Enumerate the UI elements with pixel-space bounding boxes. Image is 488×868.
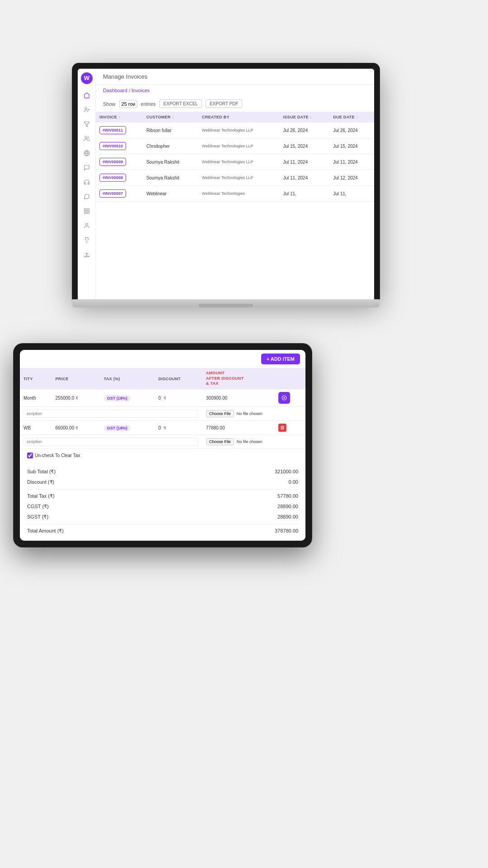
invoice-badge[interactable]: #INV00010 bbox=[99, 142, 126, 150]
invoice-table: INVOICE ↕ CUSTOMER ↕ CREATED BY ISSUE DA… bbox=[96, 112, 374, 202]
choose-file-button-2[interactable]: Choose File bbox=[206, 438, 234, 445]
col-due-date: DUE DATE ↕ bbox=[329, 112, 374, 123]
row2-delete[interactable] bbox=[275, 421, 305, 435]
customer-cell: Soumya Rakshit bbox=[143, 170, 198, 186]
issue-date-cell: Jul 11, 2024 bbox=[279, 170, 329, 186]
row2-qty: WB bbox=[20, 421, 52, 435]
due-date-cell: Jul 11, 2024 bbox=[329, 154, 374, 170]
col-created-by: CREATED BY bbox=[198, 112, 280, 123]
sgst-label: SGST (₹) bbox=[27, 514, 48, 520]
row1-description bbox=[20, 407, 202, 421]
totals-section: Sub Total (₹) 321000.00 Discount (₹) 0.0… bbox=[20, 462, 305, 541]
due-date-cell: Jul 26, 2024 bbox=[329, 123, 374, 138]
row2-amount: 77880.00 bbox=[202, 421, 275, 435]
gst-badge-2: GST (18%) bbox=[104, 425, 131, 431]
invoice-cell: #INV00011 bbox=[96, 123, 143, 138]
discount-label: Discount (₹) bbox=[27, 479, 54, 485]
row1-settings[interactable] bbox=[275, 389, 305, 407]
svg-rect-10 bbox=[87, 209, 89, 211]
col-qty: TITY bbox=[20, 368, 52, 389]
sidebar-icon-chat[interactable] bbox=[82, 192, 92, 202]
svg-text:W: W bbox=[84, 75, 89, 81]
show-label: Show bbox=[103, 101, 116, 107]
tablet-device: + ADD ITEM TITY PRICE TAX (%) DISCOUNT A… bbox=[14, 344, 312, 547]
breadcrumb-dashboard: Dashboard bbox=[103, 88, 127, 93]
col-amount: AMOUNTAFTER DISCOUNT& TAX bbox=[202, 368, 275, 389]
svg-point-2 bbox=[84, 108, 87, 110]
row1-tax: GST (18%) bbox=[100, 389, 155, 407]
laptop-device: W bbox=[72, 63, 380, 307]
total-amount-label: Total Amount (₹) bbox=[27, 528, 64, 534]
sidebar-icon-users[interactable] bbox=[82, 134, 92, 144]
choose-file-button-1[interactable]: Choose File bbox=[206, 410, 234, 417]
table-row-desc2: Choose File No file chosen bbox=[20, 435, 305, 449]
row2-discount: 0 ₹ bbox=[155, 421, 202, 435]
table-header-row: INVOICE ↕ CUSTOMER ↕ CREATED BY ISSUE DA… bbox=[96, 112, 374, 123]
total-tax-row: Total Tax (₹) 57780.00 bbox=[27, 489, 298, 501]
table-row: #INV00007 Weblinear Weblinear Technologi… bbox=[96, 186, 374, 202]
created-by-cell: Weblinear Technologies bbox=[198, 186, 280, 202]
laptop-screen: W bbox=[78, 69, 374, 299]
invoice-badge[interactable]: #INV00009 bbox=[99, 158, 126, 166]
sidebar-icon-message[interactable] bbox=[82, 163, 92, 173]
file-input-2: Choose File No file chosen bbox=[206, 438, 302, 445]
svg-rect-11 bbox=[87, 212, 89, 213]
discount-row: Discount (₹) 0.00 bbox=[27, 477, 298, 487]
export-pdf-button[interactable]: EXPORT PDF bbox=[206, 99, 243, 108]
rows-input[interactable] bbox=[119, 100, 137, 108]
due-date-cell: Jul 15, 2024 bbox=[329, 138, 374, 154]
export-excel-button[interactable]: EXPORT EXCEL bbox=[160, 99, 202, 108]
sidebar-icon-headphones[interactable] bbox=[82, 177, 92, 187]
sidebar-icon-filter[interactable] bbox=[82, 119, 92, 129]
row1-amount: 300900.00 bbox=[202, 389, 275, 407]
sgst-value: 28890.00 bbox=[277, 514, 298, 520]
sidebar-icon-person[interactable] bbox=[82, 221, 92, 231]
sidebar-icon-lightbulb[interactable] bbox=[82, 235, 92, 245]
table-row: #INV00010 Chrsitopher Weblinear Technolo… bbox=[96, 138, 374, 154]
gst-badge: GST (18%) bbox=[104, 395, 131, 401]
cgst-label: CGST (₹) bbox=[27, 504, 49, 509]
settings-button[interactable] bbox=[278, 392, 290, 404]
tablet-bezel: + ADD ITEM TITY PRICE TAX (%) DISCOUNT A… bbox=[14, 344, 312, 547]
clear-tax-checkbox[interactable] bbox=[27, 453, 33, 458]
invoice-badge[interactable]: #INV00008 bbox=[99, 174, 126, 182]
created-by-cell: Weblinear Technologies LLP bbox=[198, 138, 280, 154]
issue-date-cell: Jul 11, 2024 bbox=[279, 154, 329, 170]
add-item-button[interactable]: + ADD ITEM bbox=[261, 354, 300, 364]
svg-rect-17 bbox=[84, 256, 89, 257]
total-tax-value: 57780.00 bbox=[277, 493, 298, 499]
sidebar-icon-grid[interactable] bbox=[82, 206, 92, 216]
invoice-badge[interactable]: #INV00007 bbox=[99, 189, 126, 198]
line-items-table: TITY PRICE TAX (%) DISCOUNT AMOUNTAFTER … bbox=[20, 368, 305, 449]
total-amount-value: 378780.00 bbox=[275, 528, 298, 534]
sub-total-row: Sub Total (₹) 321000.00 bbox=[27, 467, 298, 477]
invoice-badge[interactable]: #INV00011 bbox=[99, 126, 126, 134]
sgst-row: SGST (₹) 28890.00 bbox=[27, 512, 298, 522]
sidebar-icon-home[interactable] bbox=[82, 90, 92, 100]
col-tax: TAX (%) bbox=[100, 368, 155, 389]
description-input-1[interactable] bbox=[23, 410, 199, 418]
due-date-cell: Jul 11, bbox=[329, 186, 374, 202]
issue-date-cell: Jul 15, 2024 bbox=[279, 138, 329, 154]
sidebar-icon-add-user[interactable] bbox=[82, 105, 92, 115]
delete-button-2[interactable] bbox=[278, 424, 286, 432]
top-bar: Manage Invoices bbox=[96, 69, 374, 85]
discount-value: 0.00 bbox=[289, 479, 298, 485]
row2-file: Choose File No file chosen bbox=[202, 435, 305, 449]
row1-file: Choose File No file chosen bbox=[202, 407, 305, 421]
total-tax-label: Total Tax (₹) bbox=[27, 493, 55, 499]
customer-cell: Ribson fullar bbox=[143, 123, 198, 138]
description-input-2[interactable] bbox=[23, 438, 199, 446]
app-layout: W bbox=[78, 69, 374, 299]
invoice-cell: #INV00010 bbox=[96, 138, 143, 154]
customer-cell: Soumya Rakshit bbox=[143, 154, 198, 170]
invoice-cell: #INV00009 bbox=[96, 154, 143, 170]
sidebar-icon-globe[interactable] bbox=[82, 148, 92, 158]
col-customer: CUSTOMER ↕ bbox=[143, 112, 198, 123]
laptop-base bbox=[72, 299, 380, 307]
cgst-row: CGST (₹) 28890.00 bbox=[27, 501, 298, 512]
due-date-cell: Jul 12, 2024 bbox=[329, 170, 374, 186]
sidebar-icon-upload[interactable] bbox=[82, 250, 92, 259]
main-content: Manage Invoices Dashboard / Invoices Sho… bbox=[96, 69, 374, 299]
table-row-desc1: Choose File No file chosen bbox=[20, 407, 305, 421]
